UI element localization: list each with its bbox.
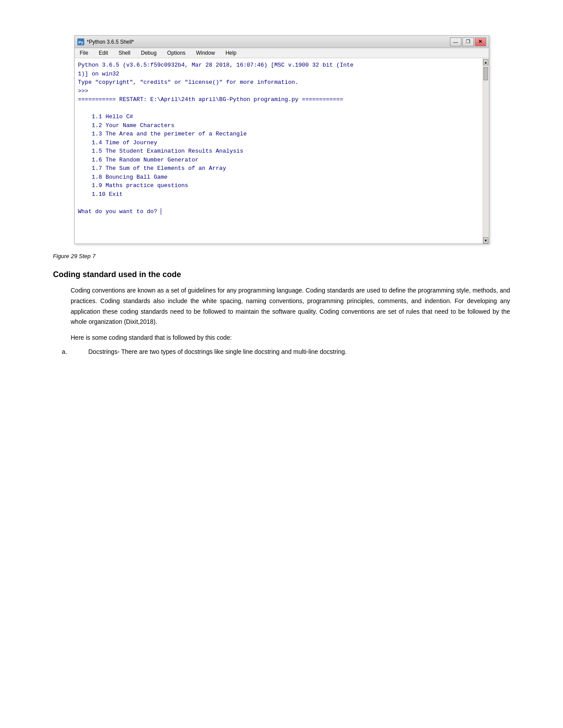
scroll-down-arrow[interactable]: ▼ [483,237,488,244]
menu-window[interactable]: Window [194,49,217,57]
window-controls: — ❐ ✕ [450,38,486,46]
output-line-12: 1.6 The Random Number Generator [78,156,479,165]
shell-output[interactable]: Python 3.6.5 (v3.6.5:f59c0932b4, Mar 28 … [75,58,483,244]
output-line-6 [78,104,479,113]
menu-help[interactable]: Help [224,49,238,57]
svg-text:Py: Py [78,40,83,45]
output-line-10: 1.4 Time of Journey [78,139,479,147]
scroll-up-arrow[interactable]: ▲ [483,59,488,65]
menu-shell[interactable]: Shell [117,49,132,57]
minimize-button[interactable]: — [450,38,461,46]
output-line-4: >>> [78,87,479,96]
menu-edit[interactable]: Edit [97,49,110,57]
restore-button[interactable]: ❐ [462,38,474,46]
output-line-9: 1.3 The Area and the perimeter of a Rect… [78,130,479,139]
figure-caption: Figure 29 Step 7 [53,253,537,259]
output-line-16: 1.10 Exit [78,190,479,199]
section-heading: Coding standard used in the code [26,270,537,279]
output-line-11: 1.5 The Student Examination Results Anal… [78,147,479,156]
output-line-15: 1.9 Maths practice questions [78,181,479,190]
output-line-7: 1.1 Hello C# [78,113,479,121]
shell-content-wrapper: Python 3.6.5 (v3.6.5:f59c0932b4, Mar 28 … [75,58,489,244]
menu-options[interactable]: Options [166,49,187,57]
scroll-thumb[interactable] [484,67,488,80]
output-line-5: =========== RESTART: E:\April\24th april… [78,95,479,104]
scroll-track[interactable] [483,65,488,237]
scrollbar[interactable]: ▲ ▼ [483,58,489,244]
output-line-8: 1.2 Your Name Characters [78,121,479,130]
title-bar: Py *Python 3.6.5 Shell* — ❐ ✕ [75,36,489,48]
output-line-18: What do you want to do? ​ [78,207,479,216]
close-button[interactable]: ✕ [475,38,486,46]
window-title: *Python 3.6.5 Shell* [87,39,134,45]
menu-file[interactable]: File [78,49,90,57]
output-line-17 [78,199,479,207]
body-paragraph: Coding conventions are known as a set of… [26,285,537,327]
output-line-1: Python 3.6.5 (v3.6.5:f59c0932b4, Mar 28 … [78,61,479,70]
sub-paragraph: Here is some coding standard that is fol… [26,333,537,343]
menubar: File Edit Shell Debug Options Window Hel… [75,48,489,58]
output-line-3: Type "copyright", "credits" or "license(… [78,78,479,87]
list-content-a: Docstrings- There are two types of docst… [75,347,510,357]
output-line-2: 1)] on win32 [78,70,479,79]
list-item-a: a. Docstrings- There are two types of do… [26,347,537,357]
output-line-13: 1.7 The Sum of the Elements of an Array [78,164,479,173]
python-icon: Py [77,38,84,45]
menu-debug[interactable]: Debug [139,49,158,57]
output-line-14: 1.8 Bouncing Ball Game [78,173,479,182]
list-label-a: a. [62,347,71,357]
title-left: Py *Python 3.6.5 Shell* [77,38,134,45]
python-shell-window: Py *Python 3.6.5 Shell* — ❐ ✕ File Edit … [74,35,489,244]
